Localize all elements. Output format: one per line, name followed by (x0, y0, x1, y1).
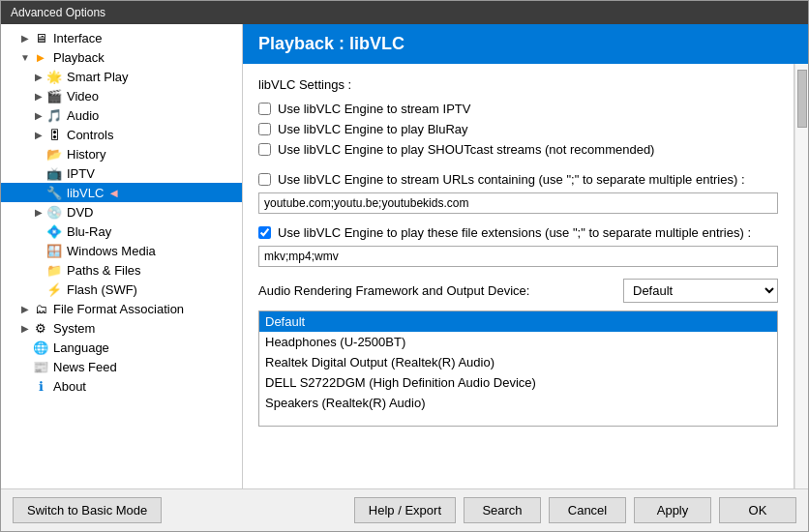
sidebar-item-paths-files[interactable]: ▶ 📁 Paths & Files (1, 260, 242, 280)
listbox-item-dell[interactable]: DELL S2722DGM (High Definition Audio Dev… (259, 372, 777, 393)
content-area: ▶ 🖥 Interface ▼ ► Playback ▶ 🌟 Smart Pla… (1, 24, 808, 488)
sidebar-item-libvlc[interactable]: ▶ 🔧 libVLC ◄ (1, 183, 242, 202)
sidebar-item-language[interactable]: ▶ 🌐 Language (1, 338, 242, 357)
audio-icon: 🎵 (45, 107, 63, 123)
video-icon: 🎬 (45, 88, 63, 103)
sidebar-item-label: libVLC (67, 186, 104, 200)
sidebar-item-label: Interface (53, 31, 103, 45)
window-title: Advanced Options (11, 6, 105, 19)
sidebar-item-label: System (53, 321, 95, 336)
sidebar-item-system[interactable]: ▶ ⚙ System (1, 318, 242, 338)
sidebar-item-label: Windows Media (67, 244, 156, 258)
paths-icon: 📁 (45, 262, 63, 278)
libvlc-icon: 🔧 (45, 185, 63, 200)
sidebar-item-label: Paths & Files (67, 263, 141, 278)
language-icon: 🌐 (32, 340, 49, 355)
chevron-icon: ▶ (32, 207, 45, 218)
sidebar-item-file-format[interactable]: ▶ 🗂 File Format Association (1, 299, 242, 318)
sidebar-item-label: Video (67, 89, 99, 103)
sidebar-item-bluray[interactable]: ▶ 💠 Blu-Ray (1, 222, 242, 241)
panel-title: Playback : libVLC (258, 34, 404, 53)
sidebar-item-playback[interactable]: ▼ ► Playback (1, 47, 242, 67)
ok-button[interactable]: OK (719, 497, 796, 523)
sidebar-item-windows-media[interactable]: ▶ 🪟 Windows Media (1, 241, 242, 260)
audio-select-row: Audio Rendering Framework and Output Dev… (258, 279, 778, 303)
chevron-icon: ▶ (18, 304, 32, 314)
sidebar-item-video[interactable]: ▶ 🎬 Video (1, 86, 242, 105)
apply-button[interactable]: Apply (634, 497, 711, 523)
sidebar-item-dvd[interactable]: ▶ 💿 DVD (1, 202, 242, 222)
checkbox-label-ext: Use libVLC Engine to play these file ext… (278, 225, 751, 240)
advanced-options-window: Advanced Options ▶ 🖥 Interface ▼ ► Playb… (0, 0, 809, 532)
listbox-item-headphones[interactable]: Headphones (U-2500BT) (259, 332, 777, 352)
news-icon: 📰 (32, 359, 49, 374)
interface-icon: 🖥 (32, 30, 49, 45)
checkbox-shoutcast[interactable] (258, 143, 271, 156)
chevron-icon: ▶ (32, 130, 45, 140)
sidebar-item-interface[interactable]: ▶ 🖥 Interface (1, 28, 242, 47)
sidebar-item-smart-play[interactable]: ▶ 🌟 Smart Play (1, 67, 242, 86)
cancel-button[interactable]: Cancel (549, 497, 626, 523)
sidebar-item-audio[interactable]: ▶ 🎵 Audio (1, 105, 242, 125)
url-input[interactable] (258, 192, 778, 214)
audio-dropdown[interactable]: Default Headphones (U-2500BT) Realtek Di… (623, 279, 778, 303)
chevron-icon: ▶ (32, 91, 45, 102)
chevron-icon: ▶ (18, 33, 32, 44)
audio-label: Audio Rendering Framework and Output Dev… (258, 283, 623, 298)
checkbox-stream-iptv[interactable] (258, 103, 271, 115)
panel-content: libVLC Settings : Use libVLC Engine to s… (243, 64, 794, 488)
scrollbar-thumb[interactable] (797, 70, 807, 128)
sidebar: ▶ 🖥 Interface ▼ ► Playback ▶ 🌟 Smart Pla… (1, 24, 243, 488)
checkbox-bluray[interactable] (258, 123, 271, 135)
checkbox-label-stream-iptv: Use libVLC Engine to stream IPTV (278, 102, 470, 116)
checkbox-row-shoutcast: Use libVLC Engine to play SHOUTcast stre… (258, 142, 778, 157)
chevron-icon: ▼ (18, 52, 32, 63)
listbox-item-speakers[interactable]: Speakers (Realtek(R) Audio) (259, 393, 777, 413)
listbox-item-default[interactable]: Default (259, 311, 777, 332)
checkbox-label-bluray: Use libVLC Engine to play BluRay (278, 122, 468, 136)
checkbox-row-url: Use libVLC Engine to stream URLs contain… (258, 172, 778, 187)
audio-listbox[interactable]: Default Headphones (U-2500BT) Realtek Di… (258, 310, 778, 427)
checkbox-url[interactable] (258, 173, 271, 186)
windows-media-icon: 🪟 (45, 243, 63, 258)
scrollbar[interactable] (794, 64, 808, 488)
ext-input[interactable] (258, 246, 778, 267)
bluray-icon: 💠 (45, 223, 63, 239)
sidebar-item-label: Controls (67, 128, 113, 142)
sidebar-item-controls[interactable]: ▶ 🎛 Controls (1, 125, 242, 144)
switch-basic-mode-button[interactable]: Switch to Basic Mode (13, 497, 162, 523)
content-scroll-area: libVLC Settings : Use libVLC Engine to s… (243, 64, 808, 488)
history-icon: 📂 (45, 146, 63, 162)
sidebar-item-iptv[interactable]: ▶ 📺 IPTV (1, 163, 242, 183)
smart-play-icon: 🌟 (45, 69, 63, 84)
sidebar-item-label: News Feed (53, 360, 117, 374)
chevron-icon: ▶ (32, 110, 45, 121)
sidebar-item-label: Playback (53, 50, 105, 65)
sidebar-item-label: About (53, 379, 86, 394)
checkbox-row-ext: Use libVLC Engine to play these file ext… (258, 225, 778, 240)
sidebar-item-about[interactable]: ▶ ℹ About (1, 376, 242, 396)
sidebar-item-history[interactable]: ▶ 📂 History (1, 144, 242, 163)
about-icon: ℹ (32, 378, 49, 394)
sidebar-item-label: IPTV (67, 166, 95, 181)
sidebar-item-flash[interactable]: ▶ ⚡ Flash (SWF) (1, 280, 242, 299)
listbox-item-realtek[interactable]: Realtek Digital Output (Realtek(R) Audio… (259, 352, 777, 372)
help-export-button[interactable]: Help / Export (354, 497, 456, 523)
sidebar-item-news-feed[interactable]: ▶ 📰 News Feed (1, 357, 242, 376)
section-title: libVLC Settings : (258, 77, 778, 92)
bottom-bar: Switch to Basic Mode Help / Export Searc… (1, 488, 808, 531)
chevron-icon: ▶ (32, 72, 45, 82)
sidebar-item-label: Smart Play (67, 70, 129, 84)
file-format-icon: 🗂 (32, 301, 49, 316)
dvd-icon: 💿 (45, 204, 63, 220)
checkbox-ext[interactable] (258, 226, 271, 239)
sidebar-item-label: Language (53, 340, 109, 355)
main-panel: Playback : libVLC libVLC Settings : Use … (243, 24, 808, 488)
selection-arrow-icon: ◄ (107, 186, 120, 200)
sidebar-item-label: Blu-Ray (67, 224, 111, 239)
search-button[interactable]: Search (464, 497, 541, 523)
sidebar-item-label: Audio (67, 108, 99, 123)
playback-icon: ► (32, 49, 49, 65)
checkbox-row-stream-iptv: Use libVLC Engine to stream IPTV (258, 102, 778, 116)
iptv-icon: 📺 (45, 165, 63, 181)
